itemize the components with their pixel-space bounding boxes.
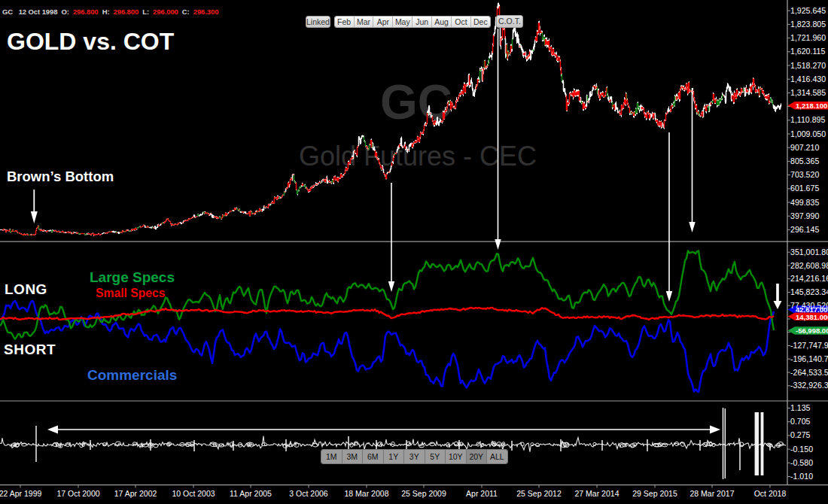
svg-text:1,218.100: 1,218.100 xyxy=(796,102,827,110)
svg-text:14,381.000: 14,381.000 xyxy=(796,313,828,321)
svg-text:-56,998.000: -56,998.000 xyxy=(796,326,828,335)
